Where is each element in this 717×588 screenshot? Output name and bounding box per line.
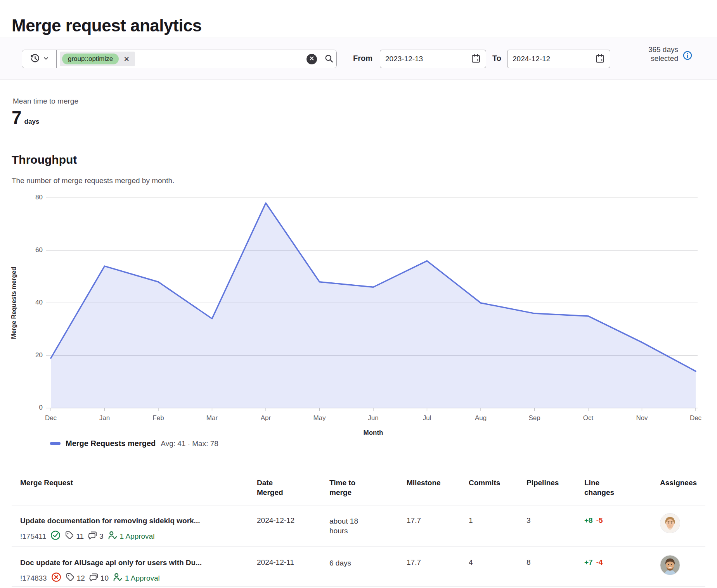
x-axis-tick-label: Aug	[475, 414, 487, 422]
label-tag-icon	[65, 531, 74, 542]
line-changes-cell: +8 -5	[584, 516, 660, 525]
commits-cell: 4	[469, 547, 526, 586]
check-circle-icon	[50, 530, 61, 542]
labels-count-value: 11	[76, 532, 84, 541]
to-date-input[interactable]: 2024-12-12	[507, 50, 610, 68]
date-merged-cell: 2024-12-12	[257, 505, 329, 546]
filtered-search[interactable]: group::optimize ✕	[22, 50, 337, 68]
mr-title-link[interactable]: Update documentation for removing sideki…	[20, 516, 257, 526]
comments-icon	[88, 531, 97, 542]
labels-count-value: 12	[77, 574, 85, 583]
mr-table-header: Merge Request Date Merged Time to merge …	[12, 478, 705, 505]
comments-count[interactable]: 10	[89, 572, 109, 584]
search-input-area[interactable]: group::optimize ✕	[57, 50, 307, 68]
calendar-icon[interactable]	[471, 54, 481, 65]
x-axis-tick-label: Dec	[690, 414, 701, 422]
column-header-commits: Commits	[469, 478, 526, 505]
approval-person-check-icon	[113, 572, 123, 584]
mean-time-label: Mean time to merge	[13, 97, 78, 105]
close-icon	[309, 56, 314, 62]
calendar-icon[interactable]	[595, 54, 605, 65]
x-circle-icon	[51, 572, 61, 584]
filter-bar: group::optimize ✕ From 2023-12-13	[0, 38, 717, 80]
history-icon	[30, 53, 40, 65]
comments-count-value: 10	[100, 574, 109, 583]
assignee-avatar[interactable]	[660, 555, 680, 575]
x-axis-tick-label: Apr	[261, 414, 271, 422]
x-axis-tick-label: Nov	[636, 414, 648, 422]
milestone-cell: 17.7	[407, 547, 469, 586]
x-axis-tick-label: May	[313, 414, 326, 422]
approvals-badge: 1 Approval	[113, 572, 160, 584]
column-header-assignees: Assignees	[660, 478, 705, 505]
comments-count[interactable]: 3	[88, 531, 104, 542]
table-row: Update documentation for removing sideki…	[12, 505, 705, 547]
column-header-merge-request: Merge Request	[12, 478, 257, 505]
x-axis-tick-label: Dec	[45, 414, 57, 422]
comments-count-value: 3	[99, 532, 104, 541]
mr-title-link[interactable]: Doc update for AiUsage api only for user…	[20, 558, 257, 567]
x-axis-tick-label: Feb	[152, 414, 164, 422]
throughput-area-chart[interactable]	[0, 192, 717, 417]
comments-icon	[89, 572, 99, 584]
approvals-label: 1 Approval	[120, 532, 155, 541]
additions-value: +7	[584, 558, 593, 567]
date-merged-cell: 2024-12-11	[257, 547, 329, 586]
table-row: Doc update for AiUsage api only for user…	[12, 547, 705, 587]
to-date-label: To	[492, 54, 501, 63]
label-tag-icon	[66, 572, 75, 584]
page-title: Merge request analytics	[12, 16, 202, 35]
labels-count: 12	[66, 572, 85, 584]
approvals-label: 1 Approval	[125, 574, 160, 583]
milestone-cell: 17.7	[407, 505, 469, 546]
column-header-milestone: Milestone	[407, 478, 469, 505]
mean-time-stat: 7 days	[12, 109, 39, 126]
search-history-button[interactable]	[22, 50, 57, 68]
x-axis-tick-labels: DecJanFebMarAprMayJunJulAugSepOctNovDec	[0, 414, 717, 424]
filter-token-remove-button[interactable]: ✕	[120, 55, 133, 63]
to-date-value: 2024-12-12	[513, 55, 550, 63]
filter-token-label: group::optimize	[62, 54, 119, 64]
search-icon	[324, 54, 334, 64]
search-submit-button[interactable]	[321, 50, 336, 68]
x-axis-title: Month	[364, 429, 383, 437]
additions-value: +8	[584, 516, 593, 525]
legend-swatch	[50, 442, 61, 445]
chart-legend[interactable]: Merge Requests merged Avg: 41 · Max: 78	[50, 439, 218, 448]
info-icon[interactable]	[683, 51, 692, 60]
pipelines-cell: 3	[526, 505, 584, 546]
time-to-merge-cell: about 18 hours	[329, 516, 366, 536]
column-header-date-merged: Date Merged	[257, 478, 294, 505]
clear-search-button[interactable]	[307, 54, 317, 64]
column-header-pipelines: Pipelines	[526, 478, 584, 505]
approvals-badge: 1 Approval	[108, 531, 155, 542]
mean-time-value: 7	[12, 109, 22, 126]
mr-id[interactable]: !175411	[20, 532, 46, 541]
x-axis-tick-label: Jun	[368, 414, 378, 422]
date-range-summary: 365 days selected	[637, 45, 678, 63]
pipelines-cell: 8	[526, 547, 584, 586]
labels-count: 11	[65, 531, 84, 542]
column-header-line-changes: Line changes	[584, 478, 621, 505]
commits-cell: 1	[469, 505, 526, 546]
throughput-description: The number of merge requests merged by m…	[12, 176, 174, 185]
chevron-down-icon	[43, 55, 49, 63]
x-axis-tick-label: Sep	[528, 414, 540, 422]
filter-token[interactable]: group::optimize ✕	[60, 52, 135, 66]
x-axis-tick-label: Jul	[423, 414, 431, 422]
mean-time-unit: days	[24, 118, 40, 126]
mr-id[interactable]: !174833	[20, 574, 47, 583]
deletions-value: -5	[596, 516, 603, 525]
from-date-input[interactable]: 2023-12-13	[380, 50, 486, 68]
assignee-avatar[interactable]	[660, 513, 680, 533]
x-axis-tick-label: Oct	[583, 414, 593, 422]
line-changes-cell: +7 -4	[584, 558, 660, 567]
throughput-heading: Throughput	[12, 153, 77, 166]
approval-person-check-icon	[108, 531, 118, 542]
x-axis-tick-label: Mar	[206, 414, 218, 422]
deletions-value: -4	[596, 558, 603, 567]
column-header-time-to-merge: Time to merge	[329, 478, 366, 505]
time-to-merge-cell: 6 days	[329, 558, 366, 568]
from-date-value: 2023-12-13	[385, 55, 423, 63]
x-axis-tick-label: Jan	[99, 414, 110, 422]
